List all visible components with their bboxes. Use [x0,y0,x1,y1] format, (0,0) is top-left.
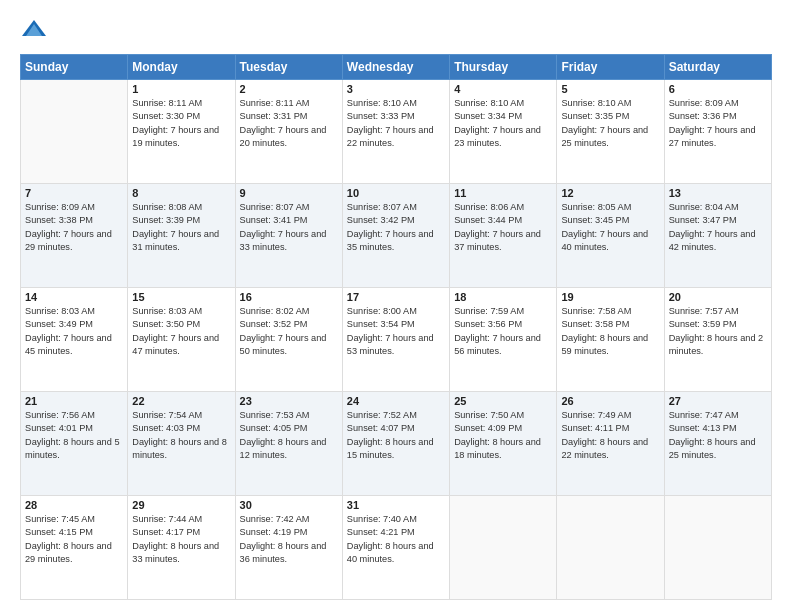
cell-details: Sunrise: 7:49 AM Sunset: 4:11 PM Dayligh… [561,409,659,462]
calendar-cell: 31Sunrise: 7:40 AM Sunset: 4:21 PM Dayli… [342,496,449,600]
calendar-cell [557,496,664,600]
cell-details: Sunrise: 8:11 AM Sunset: 3:31 PM Dayligh… [240,97,338,150]
day-number: 8 [132,187,230,199]
cell-details: Sunrise: 7:45 AM Sunset: 4:15 PM Dayligh… [25,513,123,566]
calendar-cell: 29Sunrise: 7:44 AM Sunset: 4:17 PM Dayli… [128,496,235,600]
calendar-cell: 14Sunrise: 8:03 AM Sunset: 3:49 PM Dayli… [21,288,128,392]
cell-details: Sunrise: 8:10 AM Sunset: 3:33 PM Dayligh… [347,97,445,150]
week-row-3: 14Sunrise: 8:03 AM Sunset: 3:49 PM Dayli… [21,288,772,392]
cell-details: Sunrise: 8:02 AM Sunset: 3:52 PM Dayligh… [240,305,338,358]
cell-details: Sunrise: 8:05 AM Sunset: 3:45 PM Dayligh… [561,201,659,254]
day-number: 15 [132,291,230,303]
day-number: 24 [347,395,445,407]
column-header-sunday: Sunday [21,55,128,80]
column-header-wednesday: Wednesday [342,55,449,80]
day-number: 30 [240,499,338,511]
cell-details: Sunrise: 8:10 AM Sunset: 3:34 PM Dayligh… [454,97,552,150]
calendar-cell [450,496,557,600]
calendar-cell: 23Sunrise: 7:53 AM Sunset: 4:05 PM Dayli… [235,392,342,496]
calendar-cell: 13Sunrise: 8:04 AM Sunset: 3:47 PM Dayli… [664,184,771,288]
calendar-table: SundayMondayTuesdayWednesdayThursdayFrid… [20,54,772,600]
day-number: 26 [561,395,659,407]
calendar-cell: 12Sunrise: 8:05 AM Sunset: 3:45 PM Dayli… [557,184,664,288]
calendar-cell: 11Sunrise: 8:06 AM Sunset: 3:44 PM Dayli… [450,184,557,288]
calendar-cell: 24Sunrise: 7:52 AM Sunset: 4:07 PM Dayli… [342,392,449,496]
day-number: 20 [669,291,767,303]
cell-details: Sunrise: 8:09 AM Sunset: 3:38 PM Dayligh… [25,201,123,254]
calendar-cell: 6Sunrise: 8:09 AM Sunset: 3:36 PM Daylig… [664,80,771,184]
day-number: 4 [454,83,552,95]
day-number: 17 [347,291,445,303]
calendar-cell: 9Sunrise: 8:07 AM Sunset: 3:41 PM Daylig… [235,184,342,288]
cell-details: Sunrise: 8:11 AM Sunset: 3:30 PM Dayligh… [132,97,230,150]
calendar-cell: 21Sunrise: 7:56 AM Sunset: 4:01 PM Dayli… [21,392,128,496]
day-number: 25 [454,395,552,407]
calendar-cell: 20Sunrise: 7:57 AM Sunset: 3:59 PM Dayli… [664,288,771,392]
calendar-cell: 15Sunrise: 8:03 AM Sunset: 3:50 PM Dayli… [128,288,235,392]
calendar-cell: 28Sunrise: 7:45 AM Sunset: 4:15 PM Dayli… [21,496,128,600]
day-number: 19 [561,291,659,303]
calendar-cell: 2Sunrise: 8:11 AM Sunset: 3:31 PM Daylig… [235,80,342,184]
cell-details: Sunrise: 7:59 AM Sunset: 3:56 PM Dayligh… [454,305,552,358]
day-number: 28 [25,499,123,511]
calendar-cell: 10Sunrise: 8:07 AM Sunset: 3:42 PM Dayli… [342,184,449,288]
calendar-cell: 25Sunrise: 7:50 AM Sunset: 4:09 PM Dayli… [450,392,557,496]
day-number: 31 [347,499,445,511]
calendar-cell: 19Sunrise: 7:58 AM Sunset: 3:58 PM Dayli… [557,288,664,392]
page: SundayMondayTuesdayWednesdayThursdayFrid… [0,0,792,612]
cell-details: Sunrise: 8:07 AM Sunset: 3:42 PM Dayligh… [347,201,445,254]
day-number: 6 [669,83,767,95]
cell-details: Sunrise: 7:47 AM Sunset: 4:13 PM Dayligh… [669,409,767,462]
cell-details: Sunrise: 8:03 AM Sunset: 3:50 PM Dayligh… [132,305,230,358]
cell-details: Sunrise: 7:57 AM Sunset: 3:59 PM Dayligh… [669,305,767,358]
week-row-5: 28Sunrise: 7:45 AM Sunset: 4:15 PM Dayli… [21,496,772,600]
day-number: 29 [132,499,230,511]
calendar-cell: 4Sunrise: 8:10 AM Sunset: 3:34 PM Daylig… [450,80,557,184]
cell-details: Sunrise: 7:56 AM Sunset: 4:01 PM Dayligh… [25,409,123,462]
calendar-cell: 17Sunrise: 8:00 AM Sunset: 3:54 PM Dayli… [342,288,449,392]
cell-details: Sunrise: 7:52 AM Sunset: 4:07 PM Dayligh… [347,409,445,462]
column-header-monday: Monday [128,55,235,80]
day-number: 14 [25,291,123,303]
day-number: 23 [240,395,338,407]
cell-details: Sunrise: 8:08 AM Sunset: 3:39 PM Dayligh… [132,201,230,254]
day-number: 7 [25,187,123,199]
calendar-cell [21,80,128,184]
calendar-cell [664,496,771,600]
column-header-saturday: Saturday [664,55,771,80]
cell-details: Sunrise: 8:03 AM Sunset: 3:49 PM Dayligh… [25,305,123,358]
cell-details: Sunrise: 8:04 AM Sunset: 3:47 PM Dayligh… [669,201,767,254]
column-header-tuesday: Tuesday [235,55,342,80]
day-number: 16 [240,291,338,303]
header-row: SundayMondayTuesdayWednesdayThursdayFrid… [21,55,772,80]
calendar-cell: 22Sunrise: 7:54 AM Sunset: 4:03 PM Dayli… [128,392,235,496]
day-number: 11 [454,187,552,199]
calendar-cell: 8Sunrise: 8:08 AM Sunset: 3:39 PM Daylig… [128,184,235,288]
day-number: 27 [669,395,767,407]
calendar-cell: 16Sunrise: 8:02 AM Sunset: 3:52 PM Dayli… [235,288,342,392]
week-row-1: 1Sunrise: 8:11 AM Sunset: 3:30 PM Daylig… [21,80,772,184]
logo [20,16,52,44]
cell-details: Sunrise: 7:50 AM Sunset: 4:09 PM Dayligh… [454,409,552,462]
day-number: 3 [347,83,445,95]
day-number: 22 [132,395,230,407]
day-number: 13 [669,187,767,199]
cell-details: Sunrise: 7:54 AM Sunset: 4:03 PM Dayligh… [132,409,230,462]
calendar-cell: 18Sunrise: 7:59 AM Sunset: 3:56 PM Dayli… [450,288,557,392]
week-row-2: 7Sunrise: 8:09 AM Sunset: 3:38 PM Daylig… [21,184,772,288]
day-number: 21 [25,395,123,407]
calendar-cell: 26Sunrise: 7:49 AM Sunset: 4:11 PM Dayli… [557,392,664,496]
cell-details: Sunrise: 7:40 AM Sunset: 4:21 PM Dayligh… [347,513,445,566]
calendar-cell: 27Sunrise: 7:47 AM Sunset: 4:13 PM Dayli… [664,392,771,496]
cell-details: Sunrise: 7:42 AM Sunset: 4:19 PM Dayligh… [240,513,338,566]
calendar-cell: 1Sunrise: 8:11 AM Sunset: 3:30 PM Daylig… [128,80,235,184]
cell-details: Sunrise: 8:09 AM Sunset: 3:36 PM Dayligh… [669,97,767,150]
cell-details: Sunrise: 8:07 AM Sunset: 3:41 PM Dayligh… [240,201,338,254]
day-number: 10 [347,187,445,199]
calendar-cell: 7Sunrise: 8:09 AM Sunset: 3:38 PM Daylig… [21,184,128,288]
logo-icon [20,16,48,44]
day-number: 1 [132,83,230,95]
calendar-cell: 30Sunrise: 7:42 AM Sunset: 4:19 PM Dayli… [235,496,342,600]
column-header-friday: Friday [557,55,664,80]
calendar-cell: 5Sunrise: 8:10 AM Sunset: 3:35 PM Daylig… [557,80,664,184]
